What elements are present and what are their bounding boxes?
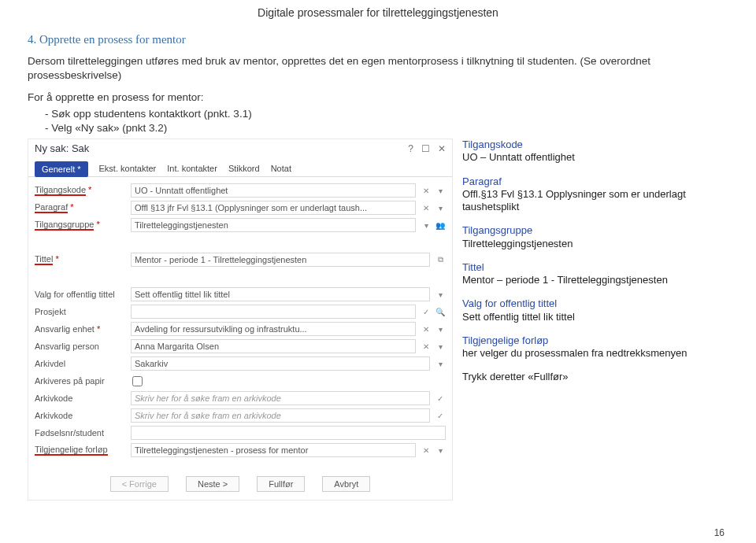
- check-icon[interactable]: ✓: [435, 412, 446, 420]
- label-tilgangsgruppe: Tilgangsgruppe: [35, 220, 128, 231]
- field-paragraf[interactable]: Offl §13 jfr Fvl §13.1 (Opplysninger som…: [131, 201, 416, 215]
- chevron-down-icon[interactable]: ▾: [435, 446, 446, 455]
- label-ansvarlig-enhet: Ansvarlig enhet: [35, 324, 128, 334]
- label-prosjekt: Prosjekt: [35, 307, 128, 316]
- tab-stikkord[interactable]: Stikkord: [228, 161, 260, 176]
- prev-button[interactable]: < Forrige: [110, 476, 169, 492]
- close-icon[interactable]: ✕: [438, 143, 446, 154]
- check-icon[interactable]: ✓: [435, 394, 446, 403]
- clear-icon[interactable]: ✕: [421, 446, 432, 455]
- chevron-down-icon[interactable]: ▾: [421, 221, 432, 230]
- label-paragraf: Paragraf: [35, 202, 128, 213]
- tab-notat[interactable]: Notat: [271, 161, 291, 176]
- field-tilgangskode[interactable]: UO - Unntatt offentlighet: [131, 183, 416, 198]
- document-header: Digitale prosessmaler for tilretteleggin…: [28, 6, 728, 19]
- cancel-button[interactable]: Avbryt: [322, 476, 370, 492]
- chevron-down-icon[interactable]: ▾: [435, 204, 446, 212]
- note-text: Trykk deretter «Fullfør»: [462, 371, 728, 383]
- steps-list: Søk opp studentens kontaktkort (pnkt. 3.…: [45, 107, 728, 135]
- checkbox-arkiveres-papir[interactable]: [132, 376, 143, 386]
- field-offentlig-tittel[interactable]: Sett offentlig tittel lik tittel: [131, 287, 430, 301]
- steps-intro: For å opprette en prosess for mentor:: [28, 90, 728, 105]
- chevron-down-icon[interactable]: ▾: [435, 342, 446, 351]
- field-fodselsnr[interactable]: [131, 426, 446, 440]
- form-area: Tilgangskode UO - Unntatt offentlighet ✕…: [28, 177, 452, 465]
- tab-ekst-kontakter[interactable]: Ekst. kontakter: [99, 161, 157, 176]
- field-arkivkode-2[interactable]: Skriv her for å søke fram en arkivkode: [131, 408, 430, 423]
- note-text: Sett offentlig tittel lik tittel: [462, 311, 728, 323]
- search-icon[interactable]: 🔍: [435, 308, 446, 316]
- field-arkivdel[interactable]: Sakarkiv: [131, 356, 430, 371]
- label-arkivkode-2: Arkivkode: [35, 411, 128, 420]
- note-text: Tilretteleggingstjenesten: [462, 238, 728, 250]
- clear-icon[interactable]: ✕: [421, 342, 432, 351]
- field-prosjekt[interactable]: [131, 305, 416, 319]
- field-forlop[interactable]: Tilretteleggingstjenesten - prosess for …: [131, 443, 416, 457]
- field-arkivkode[interactable]: Skriv her for å søke fram en arkivkode: [131, 391, 430, 405]
- step-item: Søk opp studentens kontaktkort (pnkt. 3.…: [45, 107, 728, 121]
- help-icon[interactable]: ?: [408, 143, 413, 154]
- next-button[interactable]: Neste >: [186, 476, 239, 492]
- note-text: Offl.§13 Fvl §13.1 Opplysninger som er u…: [462, 188, 728, 214]
- note-title: Tilgangskode: [462, 139, 728, 151]
- clear-icon[interactable]: ✕: [421, 187, 432, 195]
- note-title: Paragraf: [462, 175, 728, 188]
- field-tittel[interactable]: Mentor - periode 1 - Tilretteleggingstje…: [131, 253, 430, 267]
- intro-paragraph: Dersom tilretteleggingen utføres med bru…: [28, 54, 728, 83]
- label-offentlig-tittel: Valg for offentlig tittel: [35, 290, 128, 299]
- label-forlop: Tilgjengelige forløp: [35, 445, 128, 456]
- label-tilgangskode: Tilgangskode: [35, 185, 128, 196]
- note-title: Tilgjengelige forløp: [462, 334, 728, 347]
- note-text: UO – Unntatt offentlighet: [462, 151, 728, 164]
- app-screenshot: Ny sak: Sak ? ☐ ✕ Generelt * Ekst. konta…: [28, 139, 453, 501]
- chevron-down-icon[interactable]: ▾: [435, 187, 446, 195]
- copy-icon[interactable]: ⧉: [435, 255, 446, 264]
- wizard-buttons: < Forrige Neste > Fullfør Avbryt: [28, 470, 452, 500]
- check-icon[interactable]: ✓: [421, 308, 432, 316]
- label-arkivkode: Arkivkode: [35, 393, 128, 403]
- tab-int-kontakter[interactable]: Int. kontakter: [167, 161, 217, 176]
- chevron-down-icon[interactable]: ▾: [435, 360, 446, 368]
- note-title: Tittel: [462, 261, 728, 274]
- page-number: 16: [714, 527, 724, 538]
- field-ansvarlig-person[interactable]: Anna Margarita Olsen: [131, 339, 416, 353]
- field-ansvarlig-enhet[interactable]: Avdeling for ressursutvikling og infrast…: [131, 322, 416, 336]
- chevron-down-icon[interactable]: ▾: [435, 325, 446, 334]
- dialog-title: Ny sak: Sak: [35, 142, 89, 154]
- note-text: her velger du prosessmalen fra nedtrekks…: [462, 347, 728, 360]
- clear-icon[interactable]: ✕: [421, 325, 432, 334]
- label-tittel: Tittel: [35, 254, 128, 265]
- label-arkiveres-papir: Arkiveres på papir: [35, 376, 128, 386]
- finish-button[interactable]: Fullfør: [257, 476, 305, 492]
- tab-bar: Generelt * Ekst. kontakter Int. kontakte…: [28, 156, 452, 177]
- field-tilgangsgruppe[interactable]: Tilretteleggingstjenesten: [131, 218, 416, 232]
- label-ansvarlig-person: Ansvarlig person: [35, 342, 128, 351]
- tab-generelt[interactable]: Generelt *: [35, 161, 88, 177]
- group-icon[interactable]: 👥: [435, 221, 446, 230]
- chevron-down-icon[interactable]: ▾: [435, 290, 446, 299]
- label-fodselsnr: Fødselsnr/student: [35, 428, 128, 438]
- note-title: Tilgangsgruppe: [462, 224, 728, 237]
- note-text: Mentor – periode 1 - Tilretteleggingstje…: [462, 274, 728, 286]
- label-arkivdel: Arkivdel: [35, 359, 128, 368]
- side-notes: Tilgangskode UO – Unntatt offentlighet P…: [462, 139, 728, 501]
- note-title: Valg for offentlig tittel: [462, 297, 728, 310]
- maximize-icon[interactable]: ☐: [421, 143, 430, 154]
- section-title: 4. Opprette en prosess for mentor: [28, 33, 728, 46]
- step-item: Velg «Ny sak» (pnkt 3.2): [45, 121, 728, 135]
- clear-icon[interactable]: ✕: [421, 204, 432, 212]
